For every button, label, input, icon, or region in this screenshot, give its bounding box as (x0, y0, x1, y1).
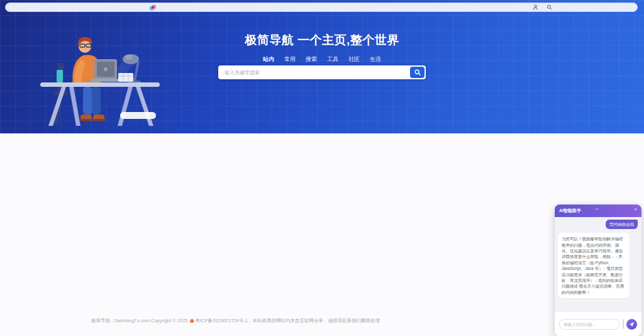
chat-title: AI智能助手 (559, 208, 581, 214)
paper-plane-icon (629, 322, 635, 327)
chat-messages: 写代码你会吗 当然可以！我能够帮助你解决编程相关的问题，包括代码示例、调试、优化… (555, 217, 641, 311)
top-navigation-bar (5, 3, 638, 12)
search-icon[interactable] (547, 4, 552, 10)
magnifier-icon (414, 69, 421, 76)
chat-header: AI智能助手 − × (555, 204, 641, 217)
site-logo-icon[interactable] (149, 4, 157, 11)
search-input[interactable] (223, 69, 410, 76)
chat-input[interactable] (559, 319, 620, 330)
close-icon[interactable]: × (634, 206, 637, 212)
page-footer: 极简导航 - DaoHangTx.com Copyright © 2025 粤I… (91, 318, 380, 324)
decorative-pill (120, 112, 156, 119)
hero-banner: 极简导航 一个主页,整个世界 站内 常用 搜索 工具 社区 生活 (0, 0, 644, 133)
topbar-actions (533, 4, 552, 10)
minimize-icon[interactable]: − (595, 206, 598, 212)
user-icon[interactable] (533, 4, 538, 10)
page-title: 极简导航 一个主页,整个世界 (0, 32, 644, 48)
search-bar (218, 65, 426, 79)
user-message-bubble: 写代码你会吗 (606, 220, 638, 229)
ai-chat-widget: AI智能助手 − × 写代码你会吗 当然可以！我能够帮助你解决编程相关的问题，包… (555, 204, 641, 336)
icp-badge-icon (190, 319, 194, 323)
ai-message-bubble: 当然可以！我能够帮助你解决编程相关的问题，包括代码示例、调试、优化建议以及学习指… (558, 233, 630, 298)
search-button[interactable] (410, 67, 425, 78)
icp-record-link[interactable]: 粤ICP备2023071729号-1，本站收录的网站均来自互联网分享，侵权请联系… (196, 318, 380, 324)
copyright-text: 极简导航 - DaoHangTx.com Copyright © 2025 (91, 318, 188, 324)
chat-input-row (555, 312, 641, 336)
send-button[interactable] (626, 319, 637, 330)
chat-scrollbar-divider (623, 319, 624, 329)
